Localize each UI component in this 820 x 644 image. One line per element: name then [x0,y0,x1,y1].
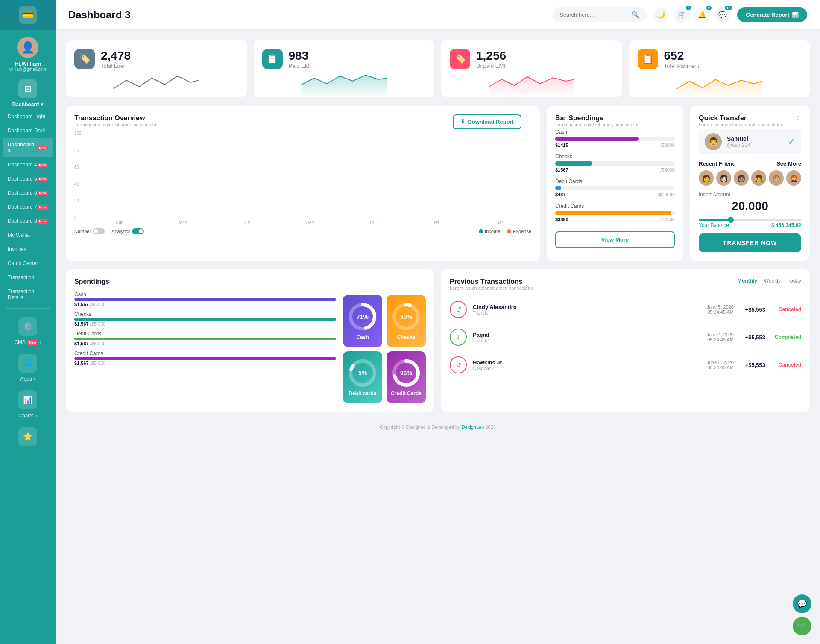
sidebar-section-favourites[interactable]: ⭐ [0,422,56,451]
toggle-number[interactable] [93,228,105,234]
tx-overview-title: Transaction Overview [74,114,158,122]
sidebar-section-cms[interactable]: ⚙️ CMS New › [0,312,56,349]
view-more-button[interactable]: View More [555,231,675,248]
qt-see-more[interactable]: See More [776,160,801,167]
sidebar-section-apps[interactable]: 🌐 Apps › [0,349,56,385]
badge-new: New [38,177,48,181]
tx-tab-weekly[interactable]: Weekly [764,278,781,286]
sidebar-profile: 👤 Hi,William william@gmail.com [5,30,50,76]
tx-icon-paipal: ↓ [450,329,467,346]
qt-insert-amount-label: Insert Amount [699,192,801,198]
badge-new: New [38,191,48,195]
qt-friend-1[interactable]: 👩 [699,170,714,186]
stat-card-paid-emi: 📋 983 Paid EMI [254,40,435,97]
donut-debit-label: Debit cards [348,390,376,396]
qt-friend-5[interactable]: 👩🏼 [769,170,784,186]
spending-cash: Cash $1415 /$2000 [555,129,675,148]
sidebar-item-my-wallet[interactable]: My Wallet [3,228,53,242]
tx-row-paipal: ↓ Paipal Transfer June 4, 2020 05:34:45 … [450,323,801,351]
legend-number: Number [74,228,105,234]
apps-label[interactable]: Apps › [20,376,35,382]
badge-new: New [38,219,48,224]
qt-friends-avatars: 👩 👩🏻 👩🏽 👧 👩🏼 👩‍🦰 [699,170,801,186]
spendings-checks: Checks $1,567 /$5,000 [74,311,336,326]
avatar: 👤 [17,37,38,58]
footer: Copyright © Designed & Developed by Dexi… [66,420,810,437]
prev-tx-sub: Lorem ipsum dolor sit amet, consectetur [450,286,533,291]
svg-text:96%: 96% [400,370,413,376]
tx-amount-cindy: +$5,553 [740,306,765,313]
badge-new: New [38,163,48,167]
tx-tab-today[interactable]: Today [788,278,801,286]
sidebar-item-dashboard-7[interactable]: Dashboard 7 New [3,200,53,214]
footer-brand-link[interactable]: DexignLab [462,425,484,430]
dashboard-icon[interactable]: ⊞ [18,79,37,98]
bar-spendings-items: Cash $1415 /$2000 Checks $1567 /$5000 [555,129,675,222]
bell-icon-btn[interactable]: 🔔 2 [694,7,710,23]
legend-income: Income [479,229,500,234]
sidebar-item-dashboard-6[interactable]: Dashboard 6 New [3,186,53,200]
cms-icon[interactable]: ⚙️ [18,317,37,336]
tx-rows-list: ↺ Cindy Alexandro Transfer June 5, 2020 … [450,296,801,379]
prev-tx-title: Previous Transactions [450,278,533,286]
bar-spendings-header: Bar Spendings Lorem ipsum dolor sit amet… [555,114,675,127]
qt-user-name: Samuel [727,135,750,142]
tx-overview-sub: Lorem ipsum dolor sit amet, consectetur [74,122,158,127]
transfer-now-button[interactable]: TRANSFER NOW [699,233,801,252]
bar-chart: 100 80 60 40 20 0 [74,131,531,225]
apps-icon[interactable]: 🌐 [18,354,37,373]
search-input[interactable] [559,12,628,18]
stat-card-total-loan: 🏷️ 2,478 Total Loan [66,40,247,97]
sidebar-item-dashboard-4[interactable]: Dashboard 4 New [3,158,53,172]
qt-user-row: 👨 Samuel @sam224 ✓ [699,129,801,154]
sidebar-item-dashboard-dark[interactable]: Dashboard Dark [3,124,53,137]
sidebar-item-invoices[interactable]: Invoices [3,242,53,256]
cms-label[interactable]: CMS New › [14,339,41,345]
donut-svg-checks: 30% [391,302,421,332]
dashboard-label[interactable]: Dashboard ▾ [12,102,44,108]
download-report-button[interactable]: ⬇ Download Report [453,114,521,129]
qt-friend-6[interactable]: 👩‍🦰 [786,170,801,186]
stat-value-paid-emi: 983 [289,49,311,63]
qt-recent-friend-label: Recent Friend [699,160,736,167]
stat-card-total-payment: 📋 652 Total Payment [629,40,810,97]
sidebar-item-transaction[interactable]: Transaction [3,271,53,284]
qt-friend-2[interactable]: 👩🏻 [716,170,731,186]
mini-chart-total-payment [638,72,802,97]
tx-row-cindy: ↺ Cindy Alexandro Transfer June 5, 2020 … [450,296,801,323]
qt-slider[interactable] [699,219,801,221]
qt-friend-4[interactable]: 👧 [751,170,766,186]
svg-text:71%: 71% [357,313,369,320]
profile-email: william@gmail.com [9,67,46,72]
cart-icon-btn[interactable]: 🛒 2 [674,7,689,23]
floating-chat-button[interactable]: 💬 [793,594,811,613]
sidebar-item-dashboard-light[interactable]: Dashboard Light [3,110,53,123]
charts-label[interactable]: Charts › [18,413,37,419]
charts-icon[interactable]: 📊 [18,390,37,409]
transaction-overview-card: Transaction Overview Lorem ipsum dolor s… [66,106,540,261]
spending-debit: Debit Cards $487 /$10000 [555,178,675,197]
qt-menu[interactable]: ⋮ [794,114,801,124]
tx-overview-menu[interactable]: ··· [525,117,531,126]
favourites-icon[interactable]: ⭐ [18,427,37,446]
chat-icon-btn[interactable]: 💬 12 [715,7,730,23]
tx-tab-monthly[interactable]: Monthly [738,278,757,286]
generate-report-button[interactable]: Generate Report 📊 [737,7,807,22]
tx-date-paipal: June 4, 2020 05:34:45 AM [706,332,734,342]
sidebar-item-transaction-details[interactable]: Transaction Details [3,285,53,304]
sidebar-item-dashboard-3[interactable]: Dashboard 3 New [3,138,53,157]
sidebar-section-charts[interactable]: 📊 Charts › [0,385,56,422]
sidebar-item-dashboard-8[interactable]: Dashboard 8 New [3,214,53,228]
sidebar-item-dashboard-5[interactable]: Dashboard 5 New [3,172,53,186]
spendings-title: Spendings [74,278,426,286]
sidebar-item-cards-center[interactable]: Cards Center [3,256,53,270]
toggle-analytics[interactable] [132,228,144,234]
logo-icon: 💳 [19,6,37,24]
qt-friend-3[interactable]: 👩🏽 [734,170,749,186]
floating-cart-button[interactable]: 🛒 [793,617,811,635]
search-icon[interactable]: 🔍 [631,11,640,19]
moon-icon-btn[interactable]: 🌙 [653,7,669,23]
bar-spendings-menu[interactable]: ⋮ [667,114,675,124]
tx-date-hawkins: June 4, 2020 05:34:45 AM [706,360,734,370]
bar-chart-x-axis: Sun Mon Tue Wed Thu Fri Sat [74,220,531,225]
